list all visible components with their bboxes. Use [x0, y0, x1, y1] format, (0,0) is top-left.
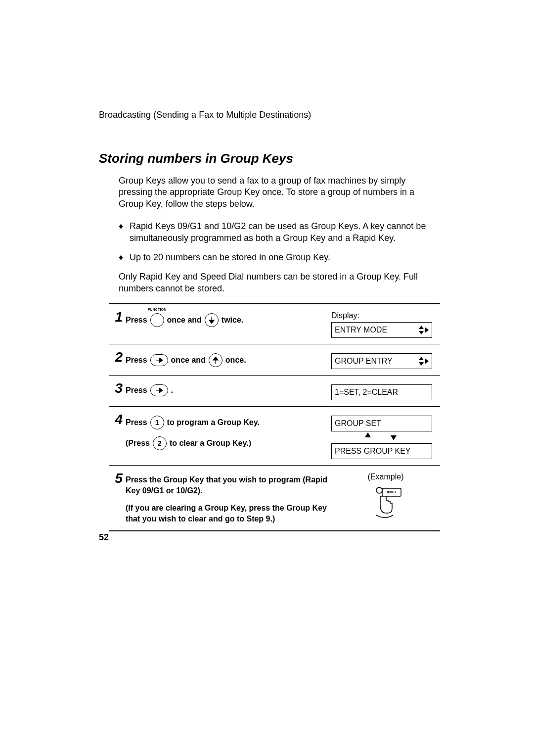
lcd-text: PRESS GROUP KEY [335, 447, 411, 456]
lcd-display: ENTRY MODE [331, 322, 432, 338]
key-2-icon: 2 [153, 436, 167, 450]
press-paren-label: (Press [126, 439, 150, 448]
step-number: 5 [109, 471, 126, 485]
dot-label: . [171, 386, 173, 395]
bullet-text: Rapid Keys 09/G1 and 10/G2 can be used a… [130, 221, 440, 244]
step-row-4: 4 Press 1 to program a Group Key. (Press… [109, 407, 440, 466]
step-number: 2 [109, 349, 126, 364]
display-label: Display: [331, 311, 440, 320]
step5-line1: Press the Group Key that you wish to pro… [126, 474, 331, 496]
lcd-text: 1=SET, 2=CLEAR [335, 388, 398, 397]
example-label: (Example) [331, 472, 440, 481]
step-row-3: 3 Press . 1=SET, 2=CLEAR [109, 376, 440, 407]
lcd-display: GROUP SET [331, 416, 432, 431]
function-button-icon: FUNCTION [150, 313, 164, 327]
lcd-display: GROUP ENTRY [331, 353, 432, 369]
press-key-hand-icon: 09/G1 [368, 485, 403, 520]
key-label: 09/G1 [387, 490, 396, 494]
nav-arrows-icon [419, 326, 429, 334]
diamond-bullet-icon: ♦ [119, 252, 130, 263]
step-row-5: 5 Press the Group Key that you wish to p… [109, 466, 440, 531]
section-title: Storing numbers in Group Keys [99, 151, 440, 166]
right-arrow-button-icon [150, 384, 168, 396]
note-paragraph: Only Rapid Key and Speed Dial numbers ca… [119, 271, 440, 294]
once-label: once. [225, 356, 246, 365]
page-number: 52 [99, 532, 109, 543]
lcd-text: GROUP SET [335, 419, 381, 428]
up-arrow-button-icon [209, 353, 222, 367]
right-arrow-button-icon [150, 354, 168, 366]
twice-label: twice. [222, 316, 243, 325]
diamond-bullet-icon: ♦ [119, 221, 130, 244]
transition-arrows-icon [331, 432, 430, 440]
lcd-display: PRESS GROUP KEY [331, 443, 432, 459]
manual-page: Broadcasting (Sending a Fax to Multiple … [99, 110, 440, 531]
intro-paragraph: Group Keys allow you to send a fax to a … [119, 175, 440, 210]
press-label: Press [126, 386, 147, 395]
lcd-text: ENTRY MODE [335, 326, 387, 334]
key-1-icon: 1 [150, 416, 164, 429]
function-label: FUNCTION [148, 308, 167, 311]
press-label: Press [126, 418, 147, 427]
once-and-label: once and [167, 316, 202, 325]
bullet-list: ♦ Rapid Keys 09/G1 and 10/G2 can be used… [119, 221, 440, 263]
bullet-item: ♦ Rapid Keys 09/G1 and 10/G2 can be used… [119, 221, 440, 244]
press-label: Press [126, 356, 147, 365]
step-number: 3 [109, 380, 126, 395]
clear-label: to clear a Group Key.) [170, 439, 251, 448]
bullet-text: Up to 20 numbers can be stored in one Gr… [130, 252, 330, 263]
nav-arrows-icon [419, 357, 429, 366]
once-and-label: once and [171, 356, 206, 365]
step-row-2: 2 Press once and once. GROUP ENTRY [109, 344, 440, 376]
lcd-text: GROUP ENTRY [335, 357, 393, 366]
step5-line2: (If you are clearing a Group Key, press … [126, 503, 331, 524]
step-number: 1 [109, 309, 126, 324]
press-label: Press [126, 316, 147, 325]
step-number: 4 [109, 412, 126, 426]
step-row-1: 1 Press FUNCTION once and twice. Display… [109, 304, 440, 344]
program-label: to program a Group Key. [167, 418, 260, 427]
steps-table: 1 Press FUNCTION once and twice. Display… [109, 303, 440, 531]
bullet-item: ♦ Up to 20 numbers can be stored in one … [119, 252, 440, 263]
breadcrumb: Broadcasting (Sending a Fax to Multiple … [99, 110, 440, 120]
lcd-display: 1=SET, 2=CLEAR [331, 384, 432, 400]
down-arrow-button-icon [205, 313, 219, 327]
